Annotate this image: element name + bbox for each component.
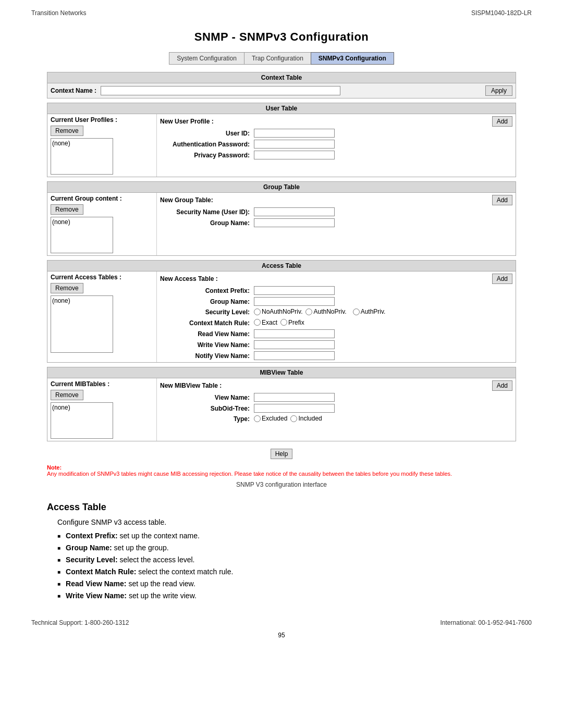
user-remove-button[interactable]: Remove — [51, 126, 83, 136]
access-table-left: Current Access Tables : Remove (none) — [47, 272, 157, 362]
mibview-table-right: New MIBView Table : Add View Name: SubOi… — [157, 378, 516, 441]
help-button[interactable]: Help — [271, 449, 293, 459]
new-access-label: New Access Table : — [158, 274, 220, 283]
doc-item-0-text: set up the context name. — [118, 532, 200, 540]
type-included-radio[interactable] — [290, 415, 297, 422]
type-excluded-radio[interactable] — [254, 415, 261, 422]
mibview-remove-button[interactable]: Remove — [51, 390, 83, 400]
access-list[interactable]: (none) — [51, 295, 113, 353]
user-id-input[interactable] — [254, 129, 335, 138]
group-name-row: Group Name: — [158, 217, 515, 228]
context-prefix-label: Context Prefix: — [158, 285, 252, 296]
header-right: SISPM1040-182D-LR — [471, 9, 532, 17]
doc-item-1-text: set up the group. — [112, 544, 169, 552]
footer-left: Technical Support: 1-800-260-1312 — [31, 619, 129, 626]
write-view-name-input[interactable] — [254, 340, 335, 349]
privacy-password-input[interactable] — [254, 151, 335, 159]
footer-right: International: 00-1-952-941-7600 — [440, 619, 532, 626]
context-match-exact-label: Exact — [254, 319, 277, 326]
access-group-name-row: Group Name: — [158, 296, 515, 307]
access-table-section: Access Table Current Access Tables : Rem… — [47, 260, 516, 363]
auth-password-row: Authentication Password: — [158, 139, 515, 150]
context-match-prefix-radio[interactable] — [280, 319, 287, 326]
doc-item-2-text: select the access level. — [118, 556, 195, 564]
doc-item-1: Group Name: set up the group. — [57, 544, 516, 552]
current-user-profiles-label: Current User Profiles : — [48, 115, 155, 125]
group-list-none: (none) — [52, 218, 70, 226]
doc-item-2: Security Level: select the access level. — [57, 556, 516, 564]
doc-item-0: Context Prefix: set up the context name. — [57, 532, 516, 540]
access-add-button[interactable]: Add — [492, 274, 512, 284]
user-id-row: User ID: — [158, 128, 515, 139]
doc-item-5-bold: Write View Name: — [66, 591, 127, 600]
read-view-name-input[interactable] — [254, 329, 335, 338]
tab-trap-configuration[interactable]: Trap Configuration — [244, 52, 311, 65]
group-list[interactable]: (none) — [51, 217, 113, 253]
context-match-exact-radio[interactable] — [254, 319, 261, 326]
auth-password-input[interactable] — [254, 140, 335, 149]
mibview-table-layout: Current MIBTables : Remove (none) New MI… — [47, 378, 516, 441]
mibview-list[interactable]: (none) — [51, 402, 113, 439]
group-add-button[interactable]: Add — [492, 195, 512, 205]
access-group-name-input[interactable] — [254, 297, 335, 306]
doc-list: Context Prefix: set up the context name.… — [57, 532, 516, 600]
suboid-tree-label: SubOid-Tree: — [158, 403, 252, 414]
read-view-name-label: Read View Name: — [158, 328, 252, 339]
mibview-add-button[interactable]: Add — [492, 380, 512, 391]
access-group-name-label: Group Name: — [158, 296, 252, 307]
view-name-input[interactable] — [254, 393, 335, 402]
security-level-noauthnopriv-radio[interactable] — [254, 309, 261, 315]
security-name-input[interactable] — [254, 207, 335, 216]
user-table-title: User Table — [47, 103, 516, 114]
current-mib-label: Current MIBTables : — [48, 379, 155, 389]
context-prefix-row: Context Prefix: — [158, 285, 515, 296]
notify-view-name-input[interactable] — [254, 351, 335, 360]
type-radio-group: Excluded Included — [254, 415, 322, 422]
note-text: Any modification of SNMPv3 tables might … — [47, 471, 452, 477]
page-number: 95 — [0, 632, 563, 643]
doc-item-0-bold: Context Prefix: — [66, 532, 118, 540]
read-view-name-row: Read View Name: — [158, 328, 515, 339]
doc-section: Access Table Configure SNMP v3 access ta… — [0, 497, 563, 600]
group-name-label: Group Name: — [158, 217, 252, 228]
doc-item-4-bold: Read View Name: — [66, 579, 126, 588]
tab-bar: System Configuration Trap Configuration … — [47, 52, 516, 65]
mibview-table-title: MIBView Table — [47, 367, 516, 378]
mibview-fields-table: View Name: SubOid-Tree: Type: Excluded — [158, 392, 515, 425]
suboid-tree-input[interactable] — [254, 404, 335, 413]
access-list-none: (none) — [52, 297, 70, 304]
caption-text: SNMP V3 configuration interface — [47, 481, 516, 488]
access-table-title: Access Table — [47, 261, 516, 272]
doc-item-3-text: select the context match rule. — [136, 567, 233, 576]
user-add-button[interactable]: Add — [492, 116, 512, 127]
context-prefix-input[interactable] — [254, 286, 335, 295]
tab-snmpv3-configuration[interactable]: SNMPv3 Configuration — [311, 52, 394, 65]
access-remove-button[interactable]: Remove — [51, 283, 83, 293]
view-name-row: View Name: — [158, 392, 515, 403]
user-table-section: User Table Current User Profiles : Remov… — [47, 103, 516, 177]
mibview-table-section: MIBView Table Current MIBTables : Remove… — [47, 367, 516, 441]
current-access-label: Current Access Tables : — [48, 273, 155, 282]
user-table-left: Current User Profiles : Remove (none) — [47, 114, 157, 177]
context-table-title: Context Table — [47, 72, 516, 83]
user-fields-table: User ID: Authentication Password: Privac… — [158, 128, 515, 161]
user-profiles-list[interactable]: (none) — [51, 138, 113, 175]
security-level-authpriv-radio[interactable] — [353, 309, 360, 315]
mibview-table-left: Current MIBTables : Remove (none) — [47, 378, 157, 441]
type-label: Type: — [158, 414, 252, 425]
group-name-input[interactable] — [254, 218, 335, 227]
context-match-rule-label: Context Match Rule: — [158, 318, 252, 329]
new-group-label: New Group Table: — [158, 195, 215, 205]
doc-item-2-bold: Security Level: — [66, 556, 118, 564]
auth-password-label: Authentication Password: — [158, 139, 252, 150]
write-view-name-row: Write View Name: — [158, 339, 515, 350]
security-name-label: Security Name (User ID): — [158, 206, 252, 217]
group-fields-table: Security Name (User ID): Group Name: — [158, 206, 515, 228]
page-footer: Technical Support: 1-800-260-1312 Intern… — [0, 603, 563, 632]
group-remove-button[interactable]: Remove — [51, 204, 83, 215]
apply-button[interactable]: Apply — [485, 85, 512, 96]
new-mibview-label: New MIBView Table : — [158, 381, 224, 390]
tab-system-configuration[interactable]: System Configuration — [169, 52, 244, 65]
context-name-input[interactable] — [101, 86, 340, 95]
security-level-authnopriv-radio[interactable] — [305, 309, 312, 315]
